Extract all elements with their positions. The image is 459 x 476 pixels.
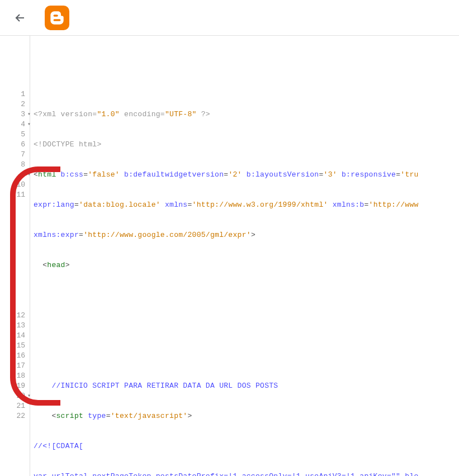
code-content[interactable]: <?xml version="1.0" encoding="UTF-8" ?> … xyxy=(30,36,459,476)
code-editor[interactable]: 12345678910111213141516171819202122 <?xm… xyxy=(0,36,459,476)
arrow-left-icon xyxy=(13,11,27,25)
back-button[interactable] xyxy=(9,7,31,29)
blogger-logo[interactable] xyxy=(45,6,69,30)
line-gutter: 12345678910111213141516171819202122 xyxy=(0,36,30,476)
header xyxy=(0,0,459,36)
blogger-icon xyxy=(49,10,65,26)
